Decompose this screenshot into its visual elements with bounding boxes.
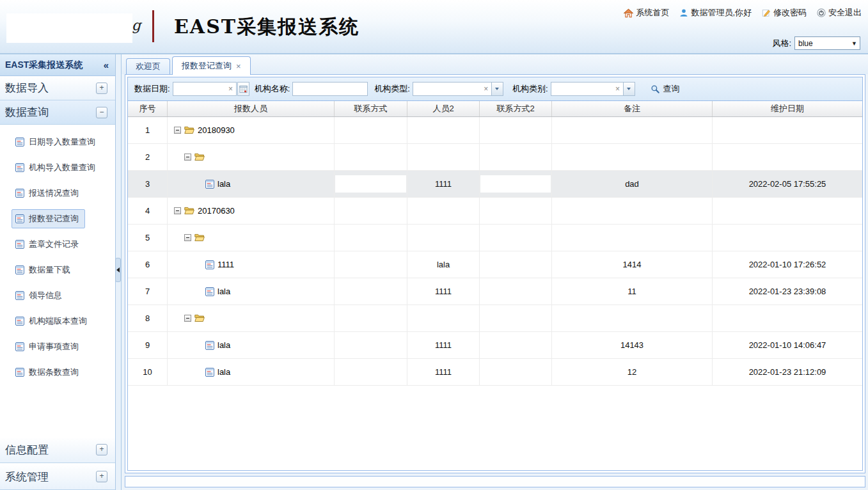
column-header[interactable]: 人员2 <box>407 101 480 116</box>
cell-name <box>168 305 335 331</box>
sidebar-menu-item[interactable]: 数据量下载 <box>0 257 115 283</box>
menu-item-icon <box>15 342 24 351</box>
cell-person2 <box>407 117 480 143</box>
tab-close-icon[interactable]: × <box>236 61 241 71</box>
org-name-input[interactable] <box>292 82 368 96</box>
tree-label: lala <box>217 179 230 189</box>
header-link[interactable]: 数据管理员,你好 <box>679 7 752 19</box>
cell-contact <box>335 171 407 197</box>
clear-icon[interactable]: × <box>226 84 236 93</box>
column-header[interactable]: 联系方式 <box>335 101 407 116</box>
cell-name <box>168 225 335 251</box>
org-type-combo[interactable]: × <box>413 82 503 96</box>
sidebar-menu-item[interactable]: 领导信息 <box>0 283 115 308</box>
cell-person2: lala <box>407 251 480 278</box>
plus-icon[interactable]: + <box>96 444 107 455</box>
column-header[interactable]: 联系方式2 <box>480 101 552 116</box>
header-link-label: 安全退出 <box>828 7 862 19</box>
table-row[interactable]: 61111lala14142022-01-10 17:26:52 <box>128 251 862 278</box>
cell-date <box>713 198 862 224</box>
org-class-combo[interactable]: × <box>551 82 635 96</box>
search-button[interactable]: 查询 <box>651 83 680 95</box>
table-row[interactable]: 3lala1111dad2022-02-05 17:55:25 <box>128 171 862 198</box>
cell-date: 2022-01-23 23:39:08 <box>713 278 862 304</box>
expander-icon[interactable] <box>184 234 191 241</box>
style-select[interactable]: blue ▼ <box>794 36 860 50</box>
logout-icon <box>817 8 826 17</box>
column-header[interactable]: 备注 <box>552 101 713 116</box>
sidebar-menu-item[interactable]: 机构导入数量查询 <box>0 155 115 180</box>
column-header[interactable]: 维护日期 <box>713 101 862 116</box>
expander-icon[interactable] <box>184 315 191 322</box>
menu-item-icon <box>15 291 24 300</box>
column-header[interactable]: 报数人员 <box>168 101 335 116</box>
cell-num: 8 <box>128 305 168 331</box>
header-link[interactable]: 安全退出 <box>817 7 862 19</box>
accordion-sys-admin[interactable]: 系统管理 + <box>0 463 115 490</box>
style-label: 风格: <box>772 38 791 49</box>
cell-contact2 <box>480 225 552 251</box>
expander-icon[interactable] <box>174 127 181 134</box>
expander-icon[interactable] <box>184 154 191 161</box>
search-icon <box>651 84 660 94</box>
table-row[interactable]: 9lala1111141432022-01-10 14:06:47 <box>128 332 862 359</box>
sidebar-menu-item-inner: 报数登记查询 <box>12 209 85 228</box>
accordion-info-config[interactable]: 信息配置 + <box>0 436 115 463</box>
expander-icon[interactable] <box>174 207 181 214</box>
sidebar-menu-item-inner: 报送情况查询 <box>12 184 85 203</box>
accordion-data-import[interactable]: 数据导入 + <box>0 76 115 100</box>
table-row[interactable]: 2 <box>128 144 862 171</box>
cell-num: 6 <box>128 251 168 278</box>
org-name-label: 机构名称: <box>255 83 290 95</box>
accordion-data-query[interactable]: 数据查询 − <box>0 100 115 125</box>
sidebar-item-label: 数据量下载 <box>29 264 70 276</box>
sidebar-menu-item[interactable]: 机构端版本查询 <box>0 308 115 334</box>
logo-placeholder: g <box>6 13 132 43</box>
combo-clear-icon[interactable]: × <box>613 84 623 93</box>
cell-person2: 1111 <box>407 359 480 385</box>
header-link[interactable]: 系统首页 <box>624 7 669 19</box>
sidebar-menu-item[interactable]: 报送情况查询 <box>0 180 115 206</box>
combo-arrow-icon[interactable] <box>623 83 635 95</box>
header-link-label: 系统首页 <box>636 7 669 19</box>
table-row[interactable]: 7lala1111112022-01-23 23:39:08 <box>128 278 862 305</box>
tab[interactable]: 报数登记查询× <box>172 56 251 75</box>
cell-num: 9 <box>128 332 168 358</box>
combo-clear-icon[interactable]: × <box>481 84 491 93</box>
cell-contact <box>335 305 407 331</box>
sidebar-menu-item[interactable]: 报数登记查询 <box>0 206 115 232</box>
splitter-collapse-handle[interactable] <box>115 258 121 282</box>
sidebar-menu-item[interactable]: 申请事项查询 <box>0 334 115 360</box>
table-row[interactable]: 10lala1111122022-01-23 21:12:09 <box>128 359 862 386</box>
sidebar-menu-item[interactable]: 日期导入数量查询 <box>0 129 115 155</box>
plus-icon[interactable]: + <box>96 471 107 482</box>
minus-icon[interactable]: − <box>96 107 107 118</box>
table-row[interactable]: 120180930 <box>128 117 862 144</box>
cell-contact <box>335 144 407 170</box>
cell-person2: 1111 <box>407 171 480 197</box>
cell-person2 <box>407 305 480 331</box>
combo-arrow-icon[interactable] <box>491 83 503 95</box>
header-link[interactable]: 修改密码 <box>762 7 807 19</box>
sidebar-menu-item-inner: 盖章文件记录 <box>12 235 85 254</box>
sidebar-menu-item[interactable]: 盖章文件记录 <box>0 232 115 257</box>
menu-item-icon <box>15 240 24 249</box>
table-row[interactable]: 5 <box>128 225 862 251</box>
sidebar-menu-item-inner: 日期导入数量查询 <box>12 132 102 152</box>
calendar-icon[interactable] <box>237 82 249 96</box>
date-input[interactable]: × <box>173 82 237 96</box>
cell-num: 10 <box>128 359 168 385</box>
sidebar-splitter[interactable] <box>115 54 122 490</box>
tab[interactable]: 欢迎页 <box>126 58 170 74</box>
table-row[interactable]: 420170630 <box>128 198 862 225</box>
plus-icon[interactable]: + <box>96 83 107 94</box>
table-row[interactable]: 8 <box>128 305 862 332</box>
cell-num: 7 <box>128 278 168 304</box>
collapse-arrow-icon[interactable]: « <box>104 59 109 70</box>
tree-label: lala <box>217 340 230 350</box>
sidebar-menu-item[interactable]: 数据条数查询 <box>0 360 115 385</box>
grid-header: 序号报数人员联系方式人员2联系方式2备注维护日期 <box>128 101 862 117</box>
menu-item-icon <box>15 214 24 223</box>
column-header[interactable]: 序号 <box>128 101 168 116</box>
folder-icon <box>184 207 194 215</box>
